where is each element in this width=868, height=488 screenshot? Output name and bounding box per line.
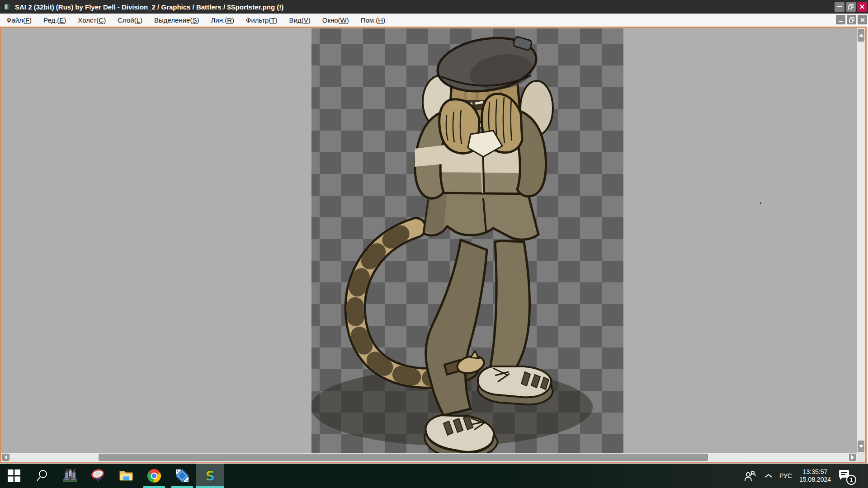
menu-item-line[interactable]: Лин.(R) [205, 16, 240, 24]
taskbar: ✂ [0, 464, 868, 488]
window-title: SAI 2 (32bit) (Rus) by Flyer Dell - Divi… [15, 3, 283, 11]
clock-time: 13:35:57 [799, 468, 831, 476]
scrollbar-corner [857, 453, 865, 462]
people-icon[interactable] [744, 470, 758, 482]
sai2-app-icon [3, 3, 11, 11]
clock-date: 15.08.2024 [799, 476, 831, 483]
mdi-close-icon [860, 17, 865, 23]
mdi-restore-icon [849, 17, 854, 23]
taskbar-app-blue-diamond[interactable] [168, 464, 196, 488]
menu-item-window[interactable]: Окно(W) [316, 16, 355, 24]
language-indicator[interactable]: РУС [779, 472, 792, 479]
search-button[interactable] [28, 464, 56, 488]
document-canvas[interactable] [311, 28, 623, 453]
taskbar-app-file-explorer[interactable] [112, 464, 140, 488]
scroll-left-button[interactable] [2, 454, 9, 461]
mdi-restore-button[interactable] [847, 15, 856, 24]
chrome-icon [147, 469, 161, 483]
minimize-icon [837, 4, 842, 9]
menu-item-selection[interactable]: Выделение(S) [148, 16, 205, 24]
blue-diamond-app-icon [174, 468, 190, 484]
menu-item-edit[interactable]: Ред.(E) [38, 16, 72, 24]
menu-item-layer[interactable]: Слой(L) [112, 16, 148, 24]
close-icon [859, 4, 865, 9]
menu-bar: Файл(F) Ред.(E) Холст(C) Слой(L) Выделен… [0, 14, 868, 27]
active-indicator [196, 486, 224, 488]
sai2-taskbar-icon: S [203, 468, 218, 483]
title-bar: SAI 2 (32bit) (Rus) by Flyer Dell - Divi… [0, 0, 868, 14]
restore-button[interactable] [846, 2, 856, 12]
menu-item-file[interactable]: Файл(F) [0, 16, 38, 24]
taskbar-app-rpg-maker[interactable] [56, 464, 84, 488]
clipper-app-icon: ✂ [90, 468, 106, 483]
scroll-right-button[interactable] [849, 454, 856, 461]
mdi-minimize-icon [838, 17, 844, 23]
running-indicator [171, 486, 193, 488]
show-desktop-divider[interactable] [863, 466, 863, 485]
horizontal-scroll-thumb[interactable] [99, 454, 708, 461]
canvas-workspace [0, 27, 867, 463]
arrow-up-icon [859, 34, 863, 37]
search-icon [35, 469, 49, 483]
scroll-up-button[interactable] [858, 29, 864, 42]
taskbar-app-sai2-active[interactable]: S [196, 464, 224, 488]
taskbar-clock[interactable]: 13:35:57 15.08.2024 [799, 468, 831, 483]
chevron-up-icon[interactable] [765, 474, 772, 478]
file-explorer-icon [118, 468, 134, 483]
action-center-button[interactable]: 1 [838, 469, 853, 483]
close-button[interactable] [857, 2, 867, 12]
arrow-down-icon [859, 445, 863, 448]
menu-item-help[interactable]: Пом.(H) [355, 16, 391, 24]
mdi-close-button[interactable] [858, 15, 867, 24]
minimize-button[interactable] [835, 2, 844, 12]
windows-logo-icon [8, 469, 20, 482]
horizontal-scrollbar[interactable] [1, 453, 857, 462]
stray-pixel-dot [760, 202, 761, 204]
menu-item-filter[interactable]: Фильтр(T) [240, 16, 283, 24]
pixel-art-character [311, 28, 623, 453]
taskbar-app-chrome[interactable] [140, 464, 168, 488]
restore-icon [848, 4, 854, 9]
running-indicator [143, 486, 165, 488]
mdi-minimize-button[interactable] [836, 15, 845, 24]
arrow-left-icon [5, 455, 7, 460]
arrow-right-icon [851, 455, 854, 460]
castle-app-icon [62, 468, 78, 483]
taskbar-app-clipper[interactable]: ✂ [84, 464, 112, 488]
start-button[interactable] [0, 464, 28, 488]
vertical-scrollbar[interactable] [857, 28, 865, 453]
scroll-down-button[interactable] [858, 441, 864, 452]
svg-text:S: S [205, 468, 215, 483]
menu-item-view[interactable]: Вид(V) [283, 16, 316, 24]
menu-item-canvas[interactable]: Холст(C) [72, 16, 112, 24]
notification-badge: 1 [846, 475, 856, 485]
